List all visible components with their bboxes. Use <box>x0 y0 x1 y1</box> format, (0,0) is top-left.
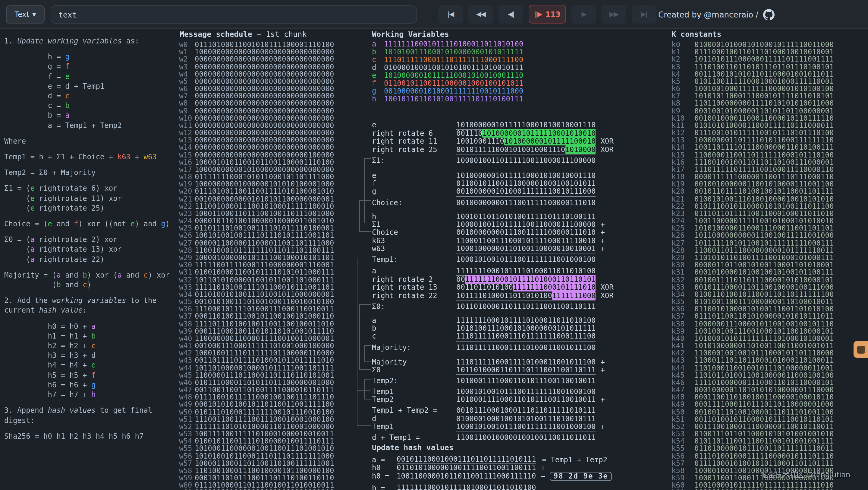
calc-row-value: 10000100110111110011000011100000 <box>456 157 595 165</box>
calc-row: k6311000110011100010111100011110010+ <box>372 237 605 245</box>
k-constant-row-label: k48 <box>672 394 694 401</box>
schedule-row-label: w37 <box>179 313 195 320</box>
schedule-row-label: w59 <box>179 474 195 482</box>
skip-to-end-button[interactable]: ▶| <box>632 5 656 24</box>
explainer-line: digest: <box>4 415 178 425</box>
schedule-row: w4011000000011000011110010011000001 <box>179 335 354 342</box>
explainer-line: Temp2 = Σ0 + Majority <box>4 168 178 177</box>
k-constant-row: k3100010100001010010010100101100111 <box>668 269 849 276</box>
k-constant-row-value: 10101000001100011100011001101101 <box>694 225 834 232</box>
working-variable-label: b <box>372 48 384 56</box>
github-icon <box>763 9 775 20</box>
k-constant-row-value: 10010010001111111000001010100100 <box>694 85 834 92</box>
explainer-text: ) and <box>135 220 161 228</box>
message-input[interactable] <box>51 5 417 24</box>
explainer-line: (a rightrotate 22) <box>4 254 178 264</box>
schedule-row-label: w13 <box>179 136 195 144</box>
k-constant-row: k4211000010010010111000101101110000 <box>668 349 849 357</box>
k-constant-row: k5301001110110110001010101001001010 <box>668 430 849 437</box>
update-row: b = 11111110001011110100011011010100 <box>372 484 612 490</box>
explainer-text: ) xor ((not <box>79 220 130 228</box>
calc-row-label: Majority: <box>372 344 456 351</box>
explainer-panel: 1. Update working variables as: h = g g … <box>4 36 178 441</box>
k-constant-row-value: 01010101000011000111110111000011 <box>694 122 834 129</box>
input-type-select[interactable]: Text ▾ <box>6 5 44 24</box>
schedule-row: w2501101110100100111101011110100001 <box>179 225 354 232</box>
k-constant-row-label: k42 <box>672 349 694 357</box>
k-constant-row: k4611110100000011100011010110000101 <box>668 379 849 386</box>
schedule-row: w3311111010100111101100010111001101 <box>179 283 354 291</box>
schedule-row-value: 11000000011000011110010011000001 <box>195 335 334 342</box>
explainer-text: e <box>48 220 52 228</box>
schedule-row-value: 00100011100011111101001000100000 <box>195 342 334 349</box>
calc-row-label: e <box>372 172 456 180</box>
k-constant-row-value: 10110000000000110010011111001000 <box>694 232 834 239</box>
floating-widget[interactable] <box>854 341 868 358</box>
schedule-row-value: 00000000000000000000000000000000 <box>195 56 334 63</box>
k-constant-row-value: 00000110110010100110001101010001 <box>694 261 834 268</box>
k-constant-row-label: k50 <box>672 408 694 415</box>
calc-row-value: 01000010001001010100111010010111 <box>456 415 595 423</box>
schedule-row-value: 11010010001110010000101100000100 <box>195 467 334 474</box>
explainer-text: h7 = h7 + <box>4 391 91 399</box>
skip-to-start-button[interactable]: |◀ <box>438 5 463 24</box>
k-constant-row-value: 11101111101111100100011110000110 <box>694 166 834 173</box>
calc-section-sigma1: e10100000010111110001010010001110right r… <box>372 121 614 165</box>
explainer-line: Temp1 = h + Σ1 + Choice + k63 + w63 <box>4 152 178 162</box>
explainer-line: c = b <box>4 101 178 110</box>
schedule-row-label: w31 <box>179 269 195 276</box>
explainer-text: a <box>30 236 35 244</box>
schedule-row: w5811010010001110010000101100000100 <box>179 467 354 474</box>
arrow-right-icon: → <box>541 472 545 480</box>
schedule-row: w2700000110000011000011001101111000 <box>179 239 354 247</box>
schedule-row-value: 11111110101010000110110001000000 <box>195 423 334 430</box>
calc-row-value: 00101110001000111011011111010111 <box>456 407 595 415</box>
calc-section-temp1: h10010110110101001111101110100111Σ110000… <box>372 213 605 264</box>
step-back-button[interactable]: ◀| <box>498 5 523 24</box>
calc-row-label: right rotate 13 <box>372 284 456 292</box>
working-variable-row: h10010110110101001111101110100111 <box>372 95 523 103</box>
k-constant-row-value: 11000110111000000000101111110011 <box>694 247 834 254</box>
github-link[interactable] <box>763 9 775 20</box>
k-constant-row: k2000101101111010010010110001101111 <box>668 188 849 195</box>
explainer-text: h <box>91 391 96 399</box>
k-constant-row-label: k60 <box>672 482 694 489</box>
schedule-row-label: w12 <box>179 129 195 136</box>
explainer-text: rightrotate 25) <box>35 204 104 212</box>
formula-note: = Temp1 + Temp2 <box>542 456 607 464</box>
schedule-row-value: 11100110011110011100010001000100 <box>195 416 334 423</box>
schedule-row-value: 00000000000000000000000000100000 <box>195 151 334 158</box>
k-constant-row: k1800001111110000011001110111000110 <box>668 173 849 180</box>
k-constant-row-label: k37 <box>672 313 694 320</box>
explainer-text: e <box>30 194 35 202</box>
next-chunk-button[interactable]: ▶▶ <box>601 5 626 24</box>
schedule-row-label: w6 <box>179 85 195 92</box>
schedule-row: w5710000110001101100110100111111001 <box>179 460 354 467</box>
update-row-value: 01101010000010011110011001100111 <box>397 464 536 472</box>
k-constant-row-label: k31 <box>672 269 694 276</box>
calc-row-value: 10100000010111110001010010001110 <box>456 121 595 130</box>
pause-button[interactable]: ||▶113 <box>529 5 566 24</box>
calc-row-label: d <box>372 415 456 423</box>
calc-row-label: f <box>372 180 456 188</box>
update-row-label: a = <box>372 456 397 464</box>
k-constant-row-label: k21 <box>672 195 694 202</box>
calc-row: e10100000010111110001010010001110 <box>372 172 595 180</box>
schedule-row: w1710000000000101000000000000000000 <box>179 166 354 173</box>
explainer-text: and <box>52 220 74 228</box>
calc-row: Temp110001010010111001111111001000100+ <box>372 423 605 431</box>
explainer-text: a <box>30 245 35 254</box>
explainer-line: (e rightrotate 11) xor <box>4 194 178 203</box>
schedule-row: w1610000101011001011001100001110100 <box>179 159 354 166</box>
schedule-row-value: 10110101000001001011001101000111 <box>195 276 334 283</box>
step-back-icon: ◀| <box>508 10 514 18</box>
prev-chunk-button[interactable]: ◀◀ <box>468 5 493 24</box>
step-forward-button[interactable]: ▶ <box>571 5 596 24</box>
calc-row-value: 10001010010111001111111001000100 <box>456 388 595 396</box>
k-constant-row-value: 11110100000011100011010110000101 <box>694 379 834 386</box>
schedule-row-value: 00000000000000000000000000000000 <box>195 63 334 70</box>
k-constant-row: k6010010000101111101111111111111010 <box>668 482 849 489</box>
update-row: a = 00101110001000111011011111010111= Te… <box>372 456 612 464</box>
k-constant-row-label: k58 <box>672 467 694 474</box>
explainer-text: Where <box>4 137 26 145</box>
